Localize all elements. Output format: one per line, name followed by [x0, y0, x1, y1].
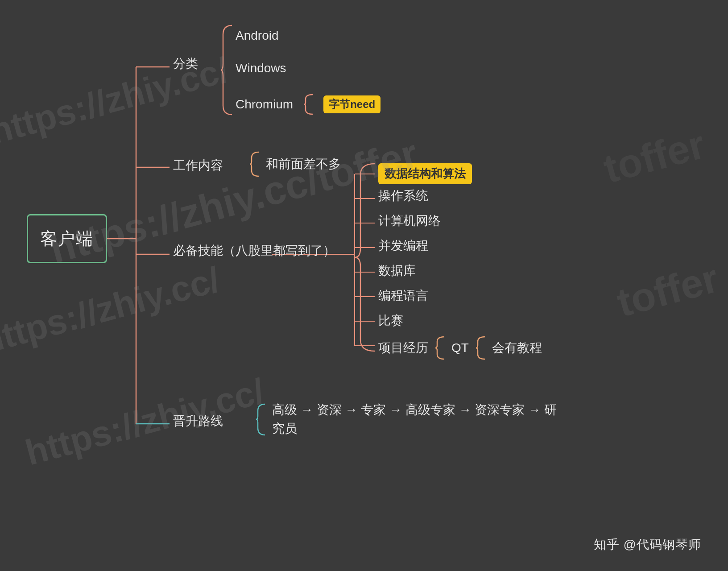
skill-database: 数据库 — [378, 262, 416, 279]
branch-classification: 分类 — [173, 55, 198, 72]
branch-required-skills: 必备技能（八股里都写到了） — [173, 242, 335, 259]
skill-concurrent: 并发编程 — [378, 237, 428, 254]
skill-project: 项目经历 QT 会有教程 — [378, 335, 542, 360]
promotion-path-text2: 究员 — [272, 420, 557, 437]
chromium-tag: 字节need — [323, 95, 381, 113]
skill-os: 操作系统 — [378, 187, 428, 204]
skill-data-structure: 数据结构和算法 — [378, 163, 472, 184]
branch-promotion: 晋升路线 — [173, 413, 223, 430]
item-windows: Windows — [236, 61, 286, 75]
promotion-path-text: 高级 → 资深 → 专家 → 高级专家 → 资深专家 → 研 — [272, 401, 557, 418]
item-android: Android — [236, 29, 279, 43]
branch-work-content: 工作内容 — [173, 157, 223, 174]
skill-competition: 比赛 — [378, 312, 403, 329]
root-label: 客户端 — [40, 228, 94, 250]
skill-network: 计算机网络 — [378, 212, 441, 229]
skill-programming-lang: 编程语言 — [378, 287, 428, 304]
item-chromium: Chromium 字节need — [236, 94, 381, 115]
root-node: 客户端 — [27, 214, 107, 263]
work-content-item: 和前面差不多 — [266, 156, 341, 173]
signature: 知乎 @代码钢琴师 — [594, 536, 701, 553]
